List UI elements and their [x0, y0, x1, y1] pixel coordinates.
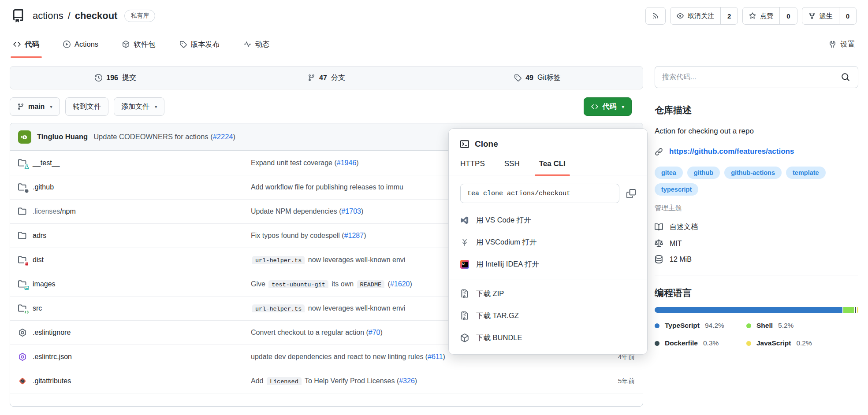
tab-tea-cli[interactable]: Tea CLI — [539, 159, 566, 175]
license-link[interactable]: MIT — [655, 239, 858, 248]
search-button[interactable] — [833, 66, 858, 88]
tab-ssh[interactable]: SSH — [504, 159, 520, 175]
tab-code[interactable]: 代码 — [11, 32, 42, 57]
commit-message-suffix: ) — [415, 377, 417, 385]
website-link[interactable]: https://github.com/features/actions — [669, 147, 794, 156]
vscode-icon — [460, 216, 469, 225]
file-link[interactable]: __test__ — [33, 159, 60, 167]
add-file-button[interactable]: 添加文件 ▾ — [114, 97, 165, 116]
pr-link[interactable]: #1946 — [337, 159, 357, 167]
stat-tags[interactable]: 49 Git标签 — [432, 73, 643, 82]
chevron-down-icon: ▾ — [155, 104, 157, 110]
pr-link[interactable]: #70 — [369, 329, 380, 336]
clone-command-input[interactable] — [460, 184, 619, 203]
folder-icon — [18, 207, 27, 216]
copy-button[interactable] — [626, 189, 636, 198]
menu-item-label: 用 VS Code 打开 — [476, 215, 531, 225]
avatar[interactable] — [18, 130, 31, 144]
file-link[interactable]: adrs — [33, 232, 46, 240]
fork-count[interactable]: 0 — [839, 7, 856, 24]
tab-settings[interactable]: 设置 — [826, 32, 857, 57]
manage-topics-link[interactable]: 管理主题 — [655, 204, 682, 213]
file-link[interactable]: .eslintrc.json — [33, 353, 72, 361]
book-icon — [655, 223, 663, 231]
branch-selector[interactable]: main ▾ — [10, 97, 60, 116]
topic-tag[interactable]: github — [687, 167, 720, 179]
tab-https[interactable]: HTTPS — [460, 159, 485, 175]
file-link[interactable]: .licenses/npm — [33, 208, 76, 215]
repo-name-link[interactable]: checkout — [75, 10, 118, 22]
pr-link[interactable]: #2224 — [213, 133, 233, 141]
pr-link[interactable]: #326 — [399, 377, 415, 385]
zip-file-icon — [460, 289, 469, 298]
tab-actions[interactable]: Actions — [60, 32, 101, 57]
file-link[interactable]: images — [33, 280, 56, 288]
repo-tab-bar: 代码 Actions 软件包 版本发布 动态 设置 — [0, 32, 868, 57]
readme-link[interactable]: 自述文档 — [655, 222, 858, 232]
legend-dot — [655, 323, 659, 328]
open-intellij-item[interactable]: IJ 用 Intellij IDEA 打开 — [449, 253, 647, 275]
file-link[interactable]: dist — [33, 256, 44, 264]
search-input[interactable] — [655, 66, 833, 88]
fork-button[interactable]: 派生 0 — [802, 7, 857, 25]
tab-activity[interactable]: 动态 — [241, 32, 272, 57]
languages-heading: 编程语言 — [655, 287, 858, 299]
file-link[interactable]: src — [33, 304, 42, 312]
menu-item-label: 下载 TAR.GZ — [476, 311, 519, 321]
folder-test-icon — [18, 159, 27, 167]
topic-tag[interactable]: github-actions — [724, 167, 782, 179]
topic-tag[interactable]: template — [786, 167, 826, 179]
star-button[interactable]: 点赞 0 — [742, 7, 797, 25]
star-count[interactable]: 0 — [779, 7, 797, 24]
commit-message-suffix: ) — [410, 280, 412, 288]
download-zip-item[interactable]: 下载 ZIP — [449, 283, 647, 305]
description-heading: 仓库描述 — [655, 104, 858, 116]
goto-file-button[interactable]: 转到文件 — [65, 97, 108, 116]
commit-message-text: Add workflow file for publishing release… — [251, 183, 403, 191]
watch-count[interactable]: 2 — [720, 7, 738, 24]
repo-owner-link[interactable]: actions — [33, 10, 63, 22]
code-span: README — [357, 280, 385, 288]
file-link[interactable]: .eslintignore — [33, 329, 71, 337]
download-targz-item[interactable]: 下载 TAR.GZ — [449, 305, 647, 327]
language-bar-segment — [855, 307, 856, 313]
commit-message: Add Licensed To Help Verify Prod License… — [251, 377, 589, 385]
watch-button[interactable]: 取消关注 2 — [670, 7, 738, 25]
pr-link[interactable]: #1703 — [341, 208, 361, 215]
pr-link[interactable]: #1620 — [390, 280, 410, 288]
folder-icon — [18, 231, 27, 240]
file-link[interactable]: .gitattributes — [33, 377, 71, 385]
law-icon — [655, 239, 663, 248]
folder-image-icon — [18, 280, 27, 289]
branch-name: main — [28, 103, 45, 111]
download-bundle-item[interactable]: 下载 BUNDLE — [449, 327, 647, 349]
legend-item: TypeScript 94.2% — [655, 322, 746, 330]
star-icon — [749, 12, 756, 19]
commit-author[interactable]: Tingluo Huang — [37, 133, 88, 141]
commit-message-text: Give — [251, 280, 267, 288]
commit-message-text: Update NPM dependencies ( — [251, 208, 341, 215]
folder-lock-icon — [18, 256, 27, 264]
stat-commits[interactable]: 196 提交 — [10, 73, 221, 82]
repo-header: actions / checkout 私有库 取消关注 2 点赞 0 派生 — [0, 0, 868, 32]
tab-packages[interactable]: 软件包 — [119, 32, 158, 57]
topic-tag[interactable]: gitea — [655, 167, 683, 179]
file-link[interactable]: .github — [33, 183, 54, 191]
stat-branches[interactable]: 47 分支 — [221, 73, 432, 82]
legend-item: Shell 5.2% — [746, 322, 858, 330]
watch-label: 取消关注 — [688, 12, 714, 20]
language-bar-segment — [843, 307, 854, 313]
tab-activity-label: 动态 — [255, 40, 270, 49]
open-vscodium-item[interactable]: 用 VSCodium 打开 — [449, 231, 647, 253]
commit-message-text: Fix typos found by codespell ( — [251, 232, 344, 239]
topic-tag[interactable]: typescript — [655, 183, 698, 196]
pr-link[interactable]: #1287 — [344, 232, 364, 239]
rss-icon — [652, 12, 659, 19]
rss-button[interactable] — [645, 7, 666, 25]
tab-releases[interactable]: 版本发布 — [177, 32, 223, 57]
code-download-button[interactable]: 代码 ▾ — [584, 97, 632, 116]
latest-commit-message: Update CODEOWNERS for actions (#2224) — [93, 133, 235, 141]
commit-message-suffix: ) — [364, 232, 366, 239]
pr-link[interactable]: #611 — [428, 353, 443, 360]
open-vscode-item[interactable]: 用 VS Code 打开 — [449, 209, 647, 231]
